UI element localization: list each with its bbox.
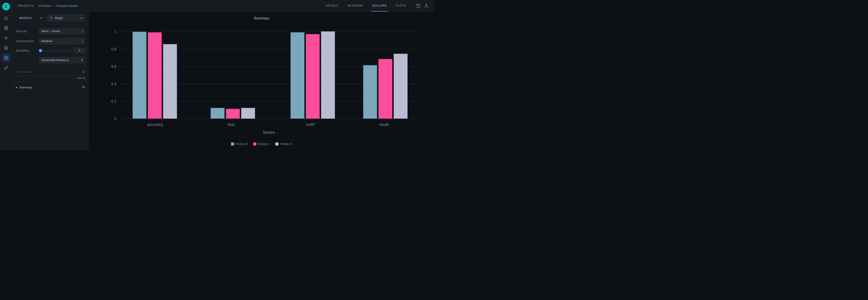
chart-controls: Group by Metric + Variant ▾ Horizontal A… bbox=[12, 24, 89, 67]
horizontal-axis-value: Iterations bbox=[41, 39, 53, 43]
svg-rect-33 bbox=[291, 32, 305, 119]
graph-chart-icon bbox=[50, 16, 53, 20]
tab-network[interactable]: NETWORK bbox=[346, 0, 364, 11]
svg-text:Series: Series bbox=[263, 130, 275, 135]
graph-type-label: Graph bbox=[55, 16, 63, 20]
top-navigation: PROJECTS / All Models / Compare Models D… bbox=[12, 0, 434, 12]
svg-text:0.4: 0.4 bbox=[111, 82, 116, 86]
svg-text:0.2: 0.2 bbox=[111, 99, 116, 103]
horizontal-axis-chevron-icon: ▾ bbox=[82, 40, 83, 42]
svg-rect-31 bbox=[241, 108, 255, 118]
sidebar-icon-grid[interactable] bbox=[2, 24, 10, 32]
horizontal-axis-label: Horizontal Axis bbox=[16, 39, 36, 43]
app-logo[interactable]: C bbox=[2, 3, 10, 10]
graph-type-select[interactable]: Graph ▾ bbox=[47, 14, 85, 22]
chart-container: 1 0.8 0.6 0.4 0.2 0 accuracy bbox=[98, 25, 425, 140]
horizontal-axis-select[interactable]: Iterations ▾ bbox=[39, 38, 85, 44]
svg-text:0: 0 bbox=[114, 117, 116, 121]
group-by-value: Metric + Variant bbox=[41, 30, 60, 33]
breadcrumb-current: Compare Models bbox=[56, 4, 78, 7]
group-by-select[interactable]: Metric + Variant ▾ bbox=[39, 28, 85, 34]
summary-label: Summary bbox=[20, 86, 80, 89]
svg-rect-25 bbox=[133, 32, 147, 119]
search-row bbox=[16, 70, 85, 76]
bar-chart: 1 0.8 0.6 0.4 0.2 0 accuracy bbox=[98, 25, 425, 140]
svg-line-11 bbox=[84, 72, 85, 73]
svg-point-12 bbox=[83, 87, 84, 88]
breadcrumb: PROJECTS / All Models / Compare Models bbox=[18, 4, 78, 7]
svg-rect-30 bbox=[226, 109, 240, 118]
search-input[interactable] bbox=[16, 70, 82, 73]
svg-rect-3 bbox=[6, 29, 7, 30]
breadcrumb-all-models[interactable]: All Models bbox=[38, 4, 51, 7]
summary-list-item[interactable]: ▶ Summary bbox=[16, 84, 85, 91]
svg-point-4 bbox=[5, 37, 6, 39]
legend-item-v2: Testing v2 bbox=[231, 143, 248, 146]
horizontal-axis-row: Horizontal Axis Iterations ▾ bbox=[16, 38, 85, 44]
user-avatar[interactable] bbox=[424, 4, 429, 8]
summary-section: ▶ Summary bbox=[12, 82, 89, 92]
svg-text:mAP: mAP bbox=[306, 122, 315, 127]
smoothing-slider[interactable] bbox=[39, 51, 72, 51]
svg-rect-37 bbox=[363, 65, 377, 118]
chart-title: Summary bbox=[254, 16, 269, 20]
add-model-button[interactable]: + bbox=[38, 15, 44, 21]
search-section: Hide all bbox=[12, 67, 89, 82]
exp-moving-avg-select[interactable]: Exponential Moving Av… ▾ bbox=[39, 57, 85, 63]
tab-plots[interactable]: PLOTS bbox=[395, 0, 407, 11]
chart-area: Summary 1 0.8 0.6 0.4 0.2 0 bbox=[89, 12, 434, 150]
exp-moving-chevron-icon: ▾ bbox=[81, 59, 83, 62]
nav-tabs: DETAILS NETWORK SCALARS PLOTS bbox=[324, 0, 407, 11]
sidebar-icon-link[interactable] bbox=[2, 64, 10, 72]
svg-marker-5 bbox=[4, 46, 8, 48]
legend-color-v1 bbox=[253, 143, 256, 146]
smoothing-slider-container: 0 bbox=[39, 48, 85, 53]
models-button-label: MODELS bbox=[19, 16, 32, 20]
sidebar-icon-brain[interactable] bbox=[2, 34, 10, 42]
smoothing-label: Smoothing bbox=[16, 49, 36, 52]
svg-point-10 bbox=[83, 70, 85, 72]
svg-rect-38 bbox=[378, 59, 392, 118]
models-button[interactable]: MODELS bbox=[16, 15, 35, 21]
sidebar-icon-rocket[interactable] bbox=[2, 14, 10, 22]
svg-text:loss: loss bbox=[228, 122, 235, 127]
breadcrumb-sep2: / bbox=[53, 4, 54, 7]
summary-expand-icon: ▶ bbox=[16, 86, 18, 89]
svg-rect-29 bbox=[211, 108, 224, 118]
sidebar-icon-layers[interactable] bbox=[2, 44, 10, 52]
svg-text:accuracy: accuracy bbox=[147, 122, 163, 127]
left-panel: MODELS + Graph ▾ Group by Metric + Varia… bbox=[12, 12, 89, 150]
summary-visibility-icon[interactable] bbox=[82, 86, 85, 89]
tab-scalars[interactable]: SCALARS bbox=[371, 0, 388, 11]
group-by-label: Group by bbox=[16, 30, 36, 33]
sidebar: C bbox=[0, 0, 12, 150]
svg-point-9 bbox=[426, 4, 427, 6]
legend-color-v2 bbox=[231, 143, 234, 146]
svg-text:recall: recall bbox=[379, 122, 389, 127]
sidebar-icon-settings[interactable] bbox=[2, 54, 10, 62]
chart-legend: Testing v2 Testing v1 Testing v3 bbox=[231, 143, 292, 146]
graph-select-chevron-icon: ▾ bbox=[81, 16, 82, 20]
breadcrumb-projects[interactable]: PROJECTS bbox=[18, 4, 33, 7]
nav-right-actions bbox=[416, 4, 429, 8]
legend-label-v2: Testing v2 bbox=[236, 143, 248, 146]
tab-details[interactable]: DETAILS bbox=[324, 0, 339, 11]
hide-all-button[interactable]: Hide all bbox=[16, 76, 85, 79]
help-icon[interactable] bbox=[416, 4, 421, 8]
legend-color-v3 bbox=[275, 143, 278, 146]
legend-label-v3: Testing v3 bbox=[280, 143, 292, 146]
group-by-row: Group by Metric + Variant ▾ bbox=[16, 28, 85, 34]
breadcrumb-sep1: / bbox=[35, 4, 36, 7]
legend-label-v1: Testing v1 bbox=[258, 143, 270, 146]
svg-rect-35 bbox=[321, 31, 335, 119]
svg-rect-26 bbox=[148, 32, 162, 119]
svg-text:0.6: 0.6 bbox=[111, 64, 116, 68]
panel-toolbar: MODELS + Graph ▾ bbox=[12, 12, 89, 24]
smoothing-value-input[interactable]: 0 bbox=[74, 48, 85, 53]
svg-rect-39 bbox=[394, 54, 408, 119]
group-by-chevron-icon: ▾ bbox=[82, 30, 83, 33]
svg-rect-34 bbox=[306, 34, 320, 119]
search-icon[interactable] bbox=[82, 70, 85, 74]
svg-rect-0 bbox=[4, 26, 6, 28]
legend-item-v3: Testing v3 bbox=[275, 143, 292, 146]
